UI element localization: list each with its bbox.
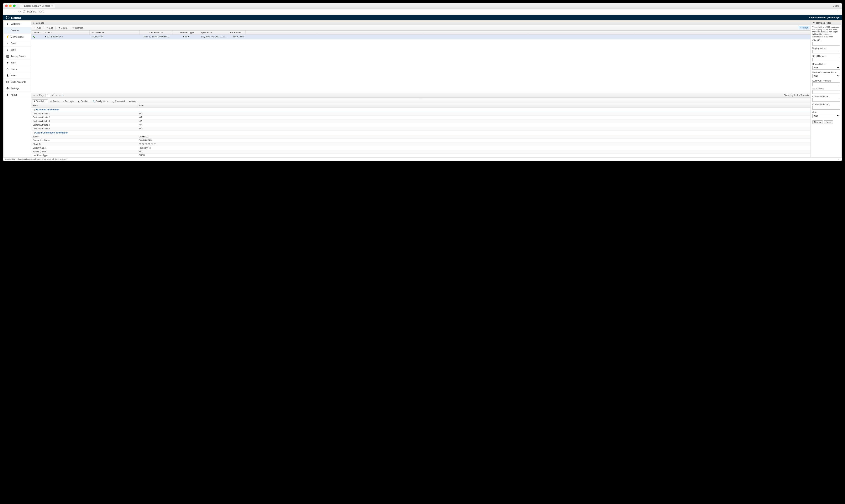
label-display-name: Display Name: — [812, 47, 840, 50]
tab-command[interactable]: ›_Command — [111, 100, 127, 103]
detail-section-header[interactable]: −Cloud Connection Information — [31, 130, 810, 135]
first-page-button[interactable]: ⏮ — [33, 94, 35, 96]
detail-row: Last Event TypeBIRTH — [31, 154, 810, 157]
sidebar-item-welcome[interactable]: ℹWelcome — [4, 21, 31, 27]
filter-serial-input[interactable] — [812, 58, 840, 61]
maximize-window-icon[interactable] — [13, 4, 16, 7]
user-info[interactable]: Kapua Sysadmin @ kapua-sys — [809, 16, 839, 19]
tab-packages[interactable]: ▫Packages — [61, 100, 76, 103]
info-icon: ℹ — [6, 22, 9, 25]
url-input[interactable]: i localhost:8080 — [23, 10, 834, 13]
filter-display-name-input[interactable] — [812, 50, 840, 53]
tag-icon: ◈ — [6, 61, 9, 64]
reset-button[interactable]: Reset — [824, 120, 833, 124]
col-last-event-type[interactable]: Last Event Type — [173, 31, 200, 35]
next-page-button[interactable]: ▶ — [56, 94, 57, 96]
sidebar-item-tags[interactable]: ◈Tags — [4, 59, 31, 66]
detail-value: BIRTH — [138, 154, 810, 157]
sidebar-item-devices[interactable]: ⌂Devices — [4, 27, 31, 34]
filter-client-id-input[interactable] — [812, 42, 840, 46]
detail-row: Custom Attribute 1N/A — [31, 112, 810, 115]
col-display-name[interactable]: Display Name — [90, 31, 140, 35]
label-custom-attr-2: Custom Attribute 2: — [812, 103, 840, 106]
cell-framework: KURA_3.0.0 — [229, 35, 246, 39]
grid-row[interactable]: B8:27:EB:59:53:C1 Raspberry-Pi 2017-10-1… — [31, 35, 810, 39]
filter-icon: ▼ — [813, 22, 815, 24]
delete-button[interactable]: ✖Delete — [57, 26, 69, 30]
detail-row: Custom Attribute 3N/A — [31, 119, 810, 123]
pager-page-label: Page — [39, 94, 44, 96]
pager-refresh-button[interactable]: ⟳ — [62, 94, 64, 96]
col-last-event-on[interactable]: Last Event On — [140, 31, 173, 35]
browser-menu-icon[interactable]: ⋮ — [836, 10, 840, 14]
col-connection-status[interactable]: Connection S… — [31, 31, 44, 35]
col-applications[interactable]: Applications — [200, 31, 229, 35]
add-button[interactable]: ＋Add — [33, 26, 42, 30]
close-window-icon[interactable] — [5, 4, 8, 7]
sidebar-item-child-accounts[interactable]: ⌬Child Accounts — [4, 79, 31, 85]
cell-applications: W1,CONF-V1,CMD-V1,DEPLOY… — [200, 35, 229, 39]
page-number-input[interactable] — [45, 94, 50, 97]
detail-name: Connection Status — [31, 139, 138, 142]
browser-tab[interactable]: ▫ Eclipse Kapua™ Console × — [20, 3, 55, 8]
filter-applications-input[interactable] — [812, 90, 840, 94]
detail-grid-header: Name Value — [31, 103, 810, 108]
devices-toolbar: ＋Add ✎Edit ✖Delete ⟳Refresh >> Filter — [31, 25, 810, 31]
footer-caret: ⌄ — [838, 158, 840, 160]
tab-description[interactable]: ℹDescription — [32, 100, 48, 103]
sidebar-item-data[interactable]: ≡Data — [4, 40, 31, 47]
col-client-id[interactable]: Client ID — [44, 31, 90, 35]
edit-button[interactable]: ✎Edit — [45, 26, 54, 30]
sidebar-item-users[interactable]: ☺Users — [4, 66, 31, 72]
forward-button[interactable]: → — [12, 10, 16, 13]
filter-ca1-input[interactable] — [812, 98, 840, 102]
tab-configuration[interactable]: 🔧Configuration — [91, 100, 110, 103]
detail-value: N/A — [138, 115, 810, 119]
detail-section-header[interactable]: −Attributes Information — [31, 108, 810, 112]
split-resize-handle[interactable] — [31, 98, 810, 99]
site-info-icon[interactable]: i — [23, 11, 25, 13]
filter-device-status-select[interactable]: ANY — [812, 66, 840, 70]
collapse-icon[interactable]: − — [33, 109, 35, 111]
detail-row: Custom Attribute 2N/A — [31, 115, 810, 119]
sidebar-item-about[interactable]: ℹAbout — [4, 92, 31, 98]
tab-bundles[interactable]: ◧Bundles — [76, 100, 90, 103]
detail-name: Custom Attribute 1 — [31, 112, 138, 115]
back-button[interactable]: ← — [5, 10, 10, 13]
detail-name: Display Name — [31, 146, 138, 150]
prev-page-button[interactable]: ◀ — [36, 94, 38, 96]
tab-events[interactable]: ↺Events — [49, 100, 61, 103]
col-name[interactable]: Name — [31, 103, 138, 107]
cell-display-name: Raspberry-Pi — [90, 35, 140, 39]
filter-ca2-input[interactable] — [812, 106, 840, 110]
sidebar-item-label: Users — [11, 68, 17, 70]
tab-asset[interactable]: ⇄Asset — [127, 100, 139, 103]
filter-help-text: These fields are AND predicates of the q… — [811, 25, 841, 39]
refresh-button[interactable]: ⟳Refresh — [71, 26, 85, 30]
sidebar-item-settings[interactable]: ⚙Settings — [4, 85, 31, 92]
close-tab-icon[interactable]: × — [51, 4, 53, 7]
profile-label[interactable]: Ospite — [833, 4, 839, 7]
filter-connection-status-select[interactable]: ANY — [812, 74, 840, 78]
sidebar-item-label: Jobs — [11, 49, 16, 51]
sidebar-item-jobs[interactable]: ↓Jobs — [4, 47, 31, 53]
col-value[interactable]: Value — [138, 103, 810, 107]
filter-kura-input[interactable] — [812, 82, 840, 86]
filter-toggle-button[interactable]: >> Filter — [798, 26, 809, 29]
search-button[interactable]: Search — [812, 120, 823, 124]
col-framework-version[interactable]: IoT Framework Version — [229, 31, 246, 35]
sidebar-item-roles[interactable]: ♟Roles — [4, 72, 31, 79]
detail-value: N/A — [138, 112, 810, 115]
gear-icon: ⚙ — [6, 87, 9, 90]
minimize-window-icon[interactable] — [9, 4, 12, 7]
collapse-icon[interactable]: − — [33, 132, 35, 134]
detail-row: Client IDB8:27:EB:59:53:C1 — [31, 142, 810, 146]
filter-group-select[interactable]: ANY — [812, 114, 840, 118]
reload-button[interactable]: ⟳ — [18, 10, 21, 13]
footer: © Copyright Eclipse contributors and oth… — [3, 157, 842, 161]
sidebar-item-connections[interactable]: ⚡Connections — [4, 34, 31, 40]
sidebar-item-access-groups[interactable]: ▦Access Groups — [4, 53, 31, 59]
last-page-button[interactable]: ⏭ — [59, 94, 61, 96]
detail-name: Last Event Type — [31, 154, 138, 157]
address-bar: ← → ⟳ i localhost:8080 ⋮ — [3, 8, 842, 15]
